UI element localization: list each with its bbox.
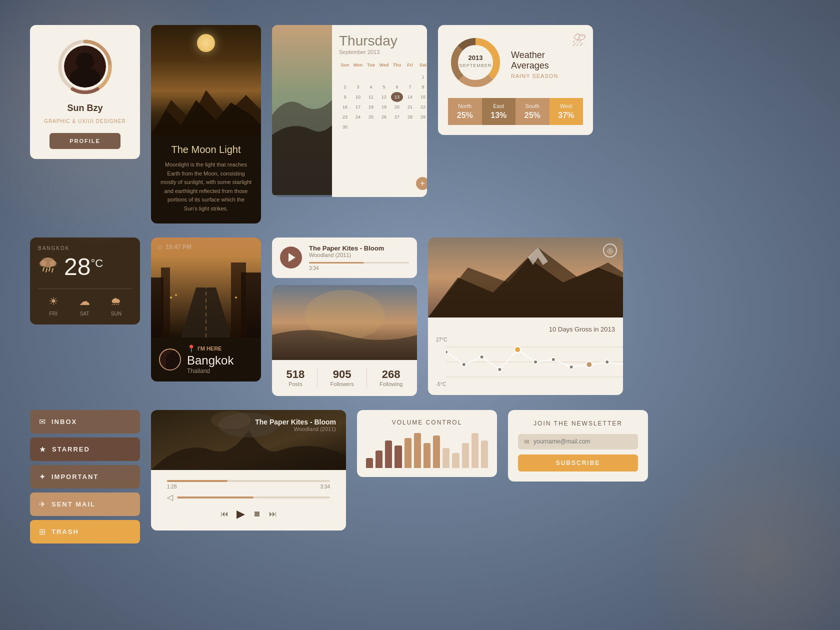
location-avatar <box>159 348 181 370</box>
weather-days-row: ☀ FRI ☁ SAT 🌧 SUN <box>38 295 132 316</box>
volume-bar[interactable] <box>385 440 392 468</box>
newsletter-title: JOIN THE NEWSLETTER <box>518 420 638 427</box>
volume-bar[interactable] <box>404 438 412 468</box>
weather-day-sun: 🌧 SUN <box>110 295 122 316</box>
time-track[interactable] <box>167 480 330 482</box>
location-card: ⊙ 18:47 PM <box>151 238 261 382</box>
cal-cell: 6 <box>391 82 403 92</box>
volume-bar[interactable] <box>472 433 478 468</box>
starred-label: STARRED <box>52 446 90 453</box>
sent-icon: ✈ <box>39 500 46 509</box>
important-icon: ✦ <box>39 472 46 482</box>
svg-line-16 <box>52 268 53 272</box>
rainy-season-label: RAINY SEASON <box>511 73 583 79</box>
add-event-button[interactable]: + <box>416 177 427 190</box>
cal-cell <box>365 72 377 82</box>
volume-bar[interactable] <box>433 436 440 468</box>
cal-cell: 27 <box>391 112 403 122</box>
sidebar-item-inbox[interactable]: ✉ INBOX <box>30 410 140 434</box>
svg-line-15 <box>49 268 50 271</box>
play-icon <box>288 253 296 262</box>
cal-cell: 30 <box>339 122 351 132</box>
rewind-button[interactable]: ⏮ <box>220 510 228 518</box>
cal-cell: 26 <box>378 112 390 122</box>
calendar-image <box>272 25 332 197</box>
volume-bar[interactable] <box>442 448 450 468</box>
music-player-large: The Paper Kites - Bloom Woodland (2011) … <box>151 410 346 530</box>
svg-point-40 <box>534 360 538 364</box>
cal-cell: 21 <box>404 102 416 112</box>
svg-point-23 <box>170 296 172 298</box>
volume-bar[interactable] <box>394 446 402 468</box>
subscribe-button[interactable]: SUBSCRIBE <box>518 454 638 472</box>
svg-point-48 <box>211 411 251 429</box>
pin-icon: 📍 <box>187 344 196 352</box>
sidebar-item-sent[interactable]: ✈ SENT MAIL <box>30 492 140 516</box>
volume-track[interactable] <box>177 496 330 498</box>
important-label: IMPORTANT <box>52 473 98 480</box>
cal-cell <box>352 72 364 82</box>
moon-card: The Moon Light Moonlight is the light th… <box>151 25 261 224</box>
svg-text:2013: 2013 <box>468 54 483 62</box>
cal-cell: 28 <box>404 112 416 122</box>
volume-bar[interactable] <box>424 443 430 468</box>
cal-cell: 7 <box>404 82 416 92</box>
temperature-display: 28 °C <box>64 253 103 280</box>
cal-header-wed: Wed <box>378 60 390 70</box>
svg-point-42 <box>570 365 574 369</box>
stop-button[interactable]: ⏹ <box>253 510 261 518</box>
rain-icon: ⛈ <box>572 32 586 48</box>
cal-cell: 22 <box>417 102 427 112</box>
social-card: 518 Posts 905 Followers 268 Following <box>272 285 417 396</box>
profile-card: Sun Bzy GRAPHIC & UX/UI DESIGNER PROFILE <box>30 25 140 159</box>
cal-cell: 12 <box>378 92 390 102</box>
cal-header-tue: Tue <box>365 60 377 70</box>
weather-day-fri: ☀ FRI <box>48 295 58 316</box>
cal-cell: 5 <box>378 82 390 92</box>
trash-icon: ⊞ <box>39 527 46 536</box>
cal-cell: 10 <box>352 92 364 102</box>
newsletter-card: JOIN THE NEWSLETTER ✉ SUBSCRIBE <box>508 410 648 482</box>
sidebar-item-starred[interactable]: ★ STARRED <box>30 438 140 461</box>
cal-header-thu: Thu <box>391 60 403 70</box>
inbox-label: INBOX <box>52 418 77 426</box>
weather-icon-rain <box>38 254 58 279</box>
weather-stats-grid: North 25% East 13% South 25% West 37% <box>448 98 583 125</box>
svg-point-24 <box>175 294 177 296</box>
sun-icon: ☀ <box>48 295 58 308</box>
volume-bar[interactable] <box>376 450 382 468</box>
volume-bar[interactable] <box>414 433 421 468</box>
svg-point-35 <box>446 350 448 354</box>
volume-bar[interactable] <box>481 440 488 468</box>
calendar-month: September 2013 <box>339 49 427 55</box>
sidebar-item-trash[interactable]: ⊞ TRASH <box>30 520 140 544</box>
cal-cell <box>391 72 403 82</box>
music-title: The Paper Kites - Bloom <box>309 244 409 252</box>
volume-bar[interactable] <box>462 443 469 468</box>
email-icon: ✉ <box>524 438 530 446</box>
weather-stat-east: East 13% <box>482 98 516 125</box>
music-controls-panel: 1:28 3:34 ◁ ⏮ ▶ ⏹ ⏭ <box>151 470 346 530</box>
svg-point-39 <box>514 346 520 352</box>
fast-forward-button[interactable]: ⏭ <box>269 510 277 518</box>
cal-cell: 24 <box>352 112 364 122</box>
location-map-image: ⊙ 18:47 PM <box>151 238 261 338</box>
music-song-album: Woodland (2011) <box>255 426 336 432</box>
cal-cell: 29 <box>417 112 427 122</box>
volume-bar[interactable] <box>366 458 373 468</box>
cal-header-sat: Sat <box>417 60 427 70</box>
email-input[interactable] <box>534 438 632 445</box>
profile-name: Sun Bzy <box>67 103 102 114</box>
play-button-lg[interactable]: ▶ <box>236 508 245 520</box>
social-stats: 518 Posts 905 Followers 268 Following <box>272 360 417 396</box>
weather-avg-title: Weather Averages <box>511 50 583 71</box>
music-progress-bar[interactable] <box>309 262 409 264</box>
cal-cell: 23 <box>339 112 351 122</box>
volume-bar[interactable] <box>452 453 459 468</box>
profile-button[interactable]: PROFILE <box>50 133 120 149</box>
play-button[interactable] <box>280 246 302 268</box>
line-chart <box>446 337 623 387</box>
cal-cell-today: 13 <box>391 92 403 102</box>
cal-cell <box>339 72 351 82</box>
sidebar-item-important[interactable]: ✦ IMPORTANT <box>30 465 140 488</box>
